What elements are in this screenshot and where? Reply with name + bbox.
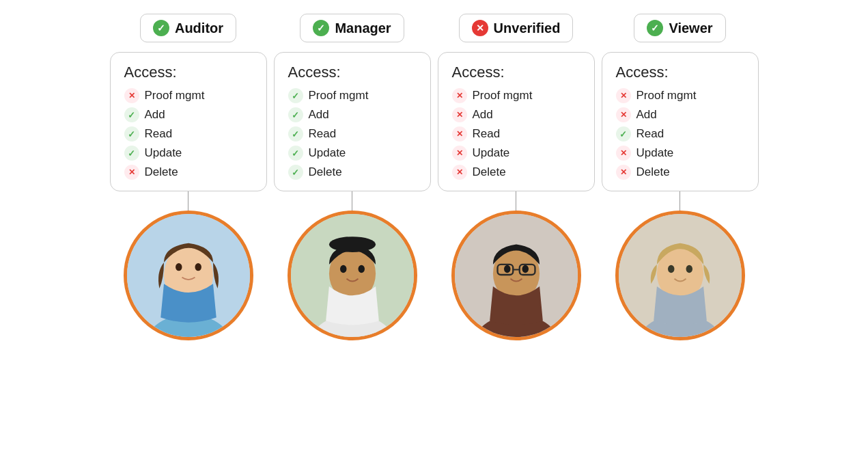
svg-point-15 <box>504 265 510 273</box>
denied-icon <box>124 88 139 103</box>
access-item-add: Add <box>288 107 417 122</box>
connector-line <box>516 191 517 211</box>
access-item-proof-mgmt: Proof mgmt <box>124 88 253 103</box>
access-item-delete: Delete <box>124 165 253 180</box>
main-container: AuditorAccess:Proof mgmtAddReadUpdateDel… <box>7 14 861 340</box>
access-title: Access: <box>616 64 744 81</box>
access-title: Access: <box>124 64 253 81</box>
access-item-label: Update <box>309 146 346 160</box>
access-item-label: Proof mgmt <box>309 89 369 103</box>
granted-icon <box>288 107 303 122</box>
denied-icon <box>124 165 139 180</box>
svg-point-9 <box>340 265 346 273</box>
connector-line <box>188 191 189 211</box>
svg-point-10 <box>358 265 364 273</box>
access-title: Access: <box>288 64 417 81</box>
svg-point-24 <box>686 265 692 273</box>
role-badge-unverified: Unverified <box>459 14 574 42</box>
granted-icon <box>288 126 303 141</box>
access-item-label: Proof mgmt <box>636 89 697 103</box>
access-item-update: Update <box>452 146 580 161</box>
denied-icon <box>452 146 467 161</box>
access-item-delete: Delete <box>616 165 744 180</box>
check-icon <box>647 20 663 36</box>
avatar-viewer <box>615 211 745 340</box>
column-manager: ManagerAccess:Proof mgmtAddReadUpdateDel… <box>274 14 431 340</box>
access-item-label: Read <box>636 127 664 141</box>
svg-point-5 <box>195 263 201 271</box>
svg-point-11 <box>328 236 375 252</box>
access-item-proof-mgmt: Proof mgmt <box>288 88 417 103</box>
svg-point-4 <box>176 263 182 271</box>
cross-icon <box>472 20 488 36</box>
denied-icon <box>452 107 467 122</box>
access-item-read: Read <box>452 126 580 141</box>
access-item-read: Read <box>288 126 417 141</box>
granted-icon <box>124 126 139 141</box>
access-item-update: Update <box>616 146 744 161</box>
access-item-label: Update <box>145 146 182 160</box>
access-item-label: Add <box>145 108 165 122</box>
denied-icon <box>616 165 631 180</box>
avatar-auditor <box>124 211 253 340</box>
access-item-update: Update <box>124 146 253 161</box>
avatar-unverified <box>451 211 581 340</box>
role-badge-viewer: Viewer <box>634 14 725 42</box>
role-label: Unverified <box>494 21 561 36</box>
granted-icon <box>288 88 303 103</box>
denied-icon <box>616 107 631 122</box>
access-item-proof-mgmt: Proof mgmt <box>452 88 580 103</box>
role-badge-manager: Manager <box>300 14 404 42</box>
granted-icon <box>288 165 303 180</box>
access-item-label: Add <box>473 108 493 122</box>
access-item-label: Update <box>473 146 510 160</box>
avatar-manager <box>288 211 417 340</box>
access-item-label: Read <box>473 127 501 141</box>
granted-icon <box>124 107 139 122</box>
role-label: Manager <box>335 21 391 36</box>
access-item-label: Delete <box>309 165 342 179</box>
access-card-viewer: Access:Proof mgmtAddReadUpdateDelete <box>602 52 759 191</box>
access-item-label: Add <box>309 108 329 122</box>
connector-line <box>352 191 353 211</box>
role-label: Auditor <box>175 21 223 36</box>
role-label: Viewer <box>669 21 712 36</box>
denied-icon <box>452 165 467 180</box>
access-item-label: Proof mgmt <box>145 89 205 103</box>
access-item-label: Delete <box>145 165 178 179</box>
access-card-auditor: Access:Proof mgmtAddReadUpdateDelete <box>110 52 267 191</box>
svg-point-23 <box>668 265 674 273</box>
access-item-proof-mgmt: Proof mgmt <box>616 88 744 103</box>
check-icon <box>153 20 169 36</box>
access-card-unverified: Access:Proof mgmtAddReadUpdateDelete <box>438 52 595 191</box>
granted-icon <box>124 146 139 161</box>
access-title: Access: <box>452 64 580 81</box>
column-unverified: UnverifiedAccess:Proof mgmtAddReadUpdate… <box>438 14 595 340</box>
denied-icon <box>616 88 631 103</box>
access-item-delete: Delete <box>288 165 417 180</box>
access-item-add: Add <box>124 107 253 122</box>
column-auditor: AuditorAccess:Proof mgmtAddReadUpdateDel… <box>110 14 267 340</box>
denied-icon <box>616 146 631 161</box>
denied-icon <box>452 88 467 103</box>
granted-icon <box>288 146 303 161</box>
access-item-label: Update <box>636 146 674 160</box>
access-item-label: Delete <box>636 165 670 179</box>
access-item-delete: Delete <box>452 165 580 180</box>
access-item-add: Add <box>616 107 744 122</box>
denied-icon <box>452 126 467 141</box>
access-item-label: Add <box>636 108 657 122</box>
check-icon <box>313 20 329 36</box>
access-item-label: Read <box>145 127 173 141</box>
svg-point-16 <box>522 265 528 273</box>
access-item-label: Delete <box>473 165 506 179</box>
column-viewer: ViewerAccess:Proof mgmtAddReadUpdateDele… <box>602 14 759 340</box>
access-card-manager: Access:Proof mgmtAddReadUpdateDelete <box>274 52 431 191</box>
access-item-read: Read <box>124 126 253 141</box>
access-item-label: Read <box>309 127 337 141</box>
connector-line <box>680 191 681 211</box>
access-item-update: Update <box>288 146 417 161</box>
access-item-read: Read <box>616 126 744 141</box>
role-badge-auditor: Auditor <box>140 14 236 42</box>
access-item-add: Add <box>452 107 580 122</box>
